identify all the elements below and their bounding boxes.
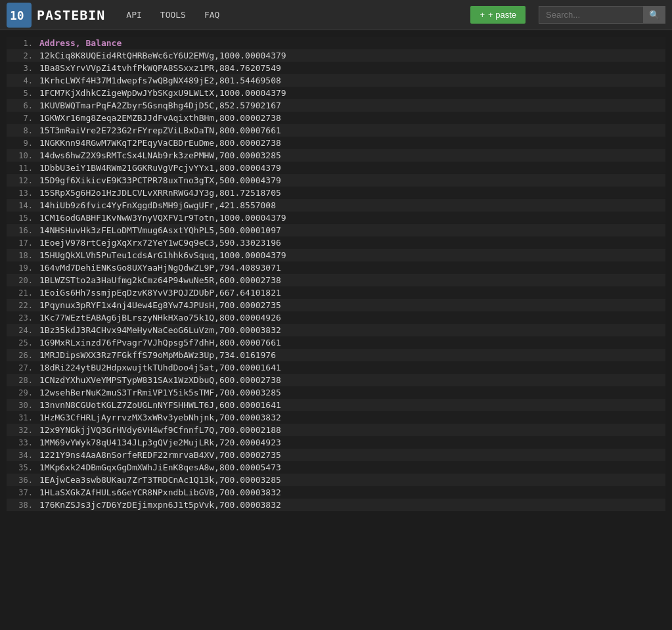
line-content: 1EoiGs6Hh7ssmjpEqDzvK8YvV3PQJZDUbP,667.6…: [39, 286, 281, 299]
line-number: 16.: [7, 225, 39, 236]
table-row: 37.1HLaSXGkZAfHULs6GeYCR8NPxndbLibGVB,70…: [7, 486, 665, 499]
line-number: 29.: [7, 387, 39, 399]
table-row: 3.1Ba8SxYrvVVpZi4tvhfPkWQPA8SSxxz1PR,884…: [7, 62, 665, 74]
table-row: 4.1KrhcLWXf4H37M1dwepfs7wQBgNX489jE2,801…: [7, 74, 665, 87]
line-number: 24.: [7, 325, 39, 336]
line-number: 21.: [7, 287, 39, 299]
code-table: 1.Address, Balance2.12kCiq8K8UQEid4RtQHR…: [7, 37, 665, 511]
line-content: 1221Y9ns4AaA8nSorfeREDF22rmrvaB4XV,700.0…: [39, 449, 281, 461]
line-content: 1Ba8SxYrvVVpZi4tvhfPkWQPA8SSxxz1PR,884.7…: [39, 62, 281, 74]
line-content: 1MM69vYWyk78qU4134JLp3gQVje2MujLRk,720.0…: [39, 436, 281, 449]
line-number: 37.: [7, 487, 39, 499]
table-row: 22.1Pqynux3pRYF1x4nj4Uew4Eg8Yw74JPUsH,70…: [7, 299, 665, 311]
line-content: 1CM16odGABHF1KvNwW3YnyVQXFV1r9Totn,1000.…: [39, 212, 286, 224]
line-content: 1G9MxRLxinzd76fPvagr7VJhQpsg5f7dhH,800.0…: [39, 336, 281, 349]
table-row: 23.1Kc77WEztEABAg6jBLrszyNHkHXao75k1Q,80…: [7, 311, 665, 324]
line-content: 164vMd7DehiENKsGo8UXYaaHjNgQdwZL9P,794.4…: [39, 261, 281, 274]
line-content: 176KnZSJs3jc7D6YzDEjimxpn6J1t5pVvk,700.0…: [39, 499, 281, 511]
table-row: 2.12kCiq8K8UQEid4RtQHRBeWc6cY6U2EMVg,100…: [7, 49, 665, 62]
nav-tools[interactable]: TOOLS: [152, 6, 194, 24]
line-content: 1Kc77WEztEABAg6jBLrszyNHkHXao75k1Q,800.0…: [39, 311, 281, 324]
line-number: 32.: [7, 424, 39, 436]
line-number: 26.: [7, 349, 39, 361]
table-row: 32.12x9YNGkjjVQ3GrHVdy6VH4wf9CfnnfL7Q,70…: [7, 424, 665, 436]
line-content: Address, Balance: [39, 37, 122, 49]
line-number: 19.: [7, 262, 39, 274]
search-input[interactable]: [539, 6, 644, 24]
line-number: 36.: [7, 474, 39, 486]
line-number: 7.: [7, 112, 39, 124]
line-number: 8.: [7, 125, 39, 137]
line-content: 14dws6hwZ2X9sRMTcSx4LNAb9rk3zePMHW,700.0…: [39, 149, 281, 162]
line-number: 38.: [7, 499, 39, 511]
line-content: 1HzMG3CfHRLjAyrrvzMX3xWRv3yebNhjnk,700.0…: [39, 411, 281, 424]
paste-btn-label: + paste: [488, 10, 516, 20]
logo-text: PASTEBIN: [37, 7, 105, 23]
table-row: 31.1HzMG3CfHRLjAyrrvzMX3xWRv3yebNhjnk,70…: [7, 411, 665, 424]
line-number: 30.: [7, 399, 39, 411]
line-number: 4.: [7, 75, 39, 87]
line-number: 34.: [7, 449, 39, 461]
svg-text:10: 10: [10, 9, 24, 22]
line-number: 11.: [7, 162, 39, 174]
main-nav: API TOOLS FAQ: [118, 6, 457, 24]
table-row: 15.1CM16odGABHF1KvNwW3YnyVQXFV1r9Totn,10…: [7, 212, 665, 224]
line-number: 35.: [7, 462, 39, 474]
line-number: 13.: [7, 187, 39, 199]
line-content: 1GKWXr16mg8Zeqa2EMZBJJdFvAqixthBHm,800.0…: [39, 112, 281, 124]
line-content: 14NHSHuvHk3zFELoDMTVmug6AsxtYQhPL5,500.0…: [39, 224, 281, 236]
line-content: 13nvnN8CGUotKGLZ7ZoUGLnNYFSHHWLT6J,600.0…: [39, 399, 281, 411]
line-number: 20.: [7, 275, 39, 286]
search-button[interactable]: 🔍: [644, 6, 665, 24]
line-content: 12kCiq8K8UQEid4RtQHRBeWc6cY6U2EMVg,1000.…: [39, 49, 286, 62]
table-row: 29.12wsehBerNuK2muS3TrRmiVP1Y5ik5sTMF,70…: [7, 386, 665, 399]
line-number: 15.: [7, 212, 39, 224]
table-row: 27.18dRi224ytBU2HdpxwujtkTUhdDoo4j5at,70…: [7, 361, 665, 374]
line-number: 28.: [7, 374, 39, 386]
nav-api[interactable]: API: [118, 6, 149, 24]
line-number: 14.: [7, 200, 39, 212]
nav-faq[interactable]: FAQ: [196, 6, 227, 24]
table-row: 17.1EoejV978rtCejgXqXrx72YeY1wC9q9eC3,59…: [7, 236, 665, 249]
search-area: 🔍: [539, 6, 665, 24]
table-row: 12.15D9gf6XikicvE9K33PCTPR78uxTno3gTX,50…: [7, 174, 665, 187]
line-number: 33.: [7, 437, 39, 449]
line-content: 1MKp6xk24DBmGqxGgDmXWhJiEnK8qesA8w,800.0…: [39, 461, 281, 474]
line-content: 1KUVBWQTmarPqFA2Zbyr5GsnqBhg4DjD5C,852.5…: [39, 99, 281, 112]
paste-content: 1.Address, Balance2.12kCiq8K8UQEid4RtQHR…: [0, 30, 672, 518]
table-row: 10.14dws6hwZ2X9sRMTcSx4LNAb9rk3zePMHW,70…: [7, 149, 665, 162]
table-row: 28.1CNzdYXhuXVeYMPSTypW831SAx1WzXDbuQ,60…: [7, 374, 665, 386]
line-content: 1HLaSXGkZAfHULs6GeYCR8NPxndbLibGVB,700.0…: [39, 486, 281, 499]
line-content: 15SRpX5g6H2o1HzJDLCVLvXRRnRWG4JY3g,801.7…: [39, 187, 281, 199]
line-content: 1Pqynux3pRYF1x4nj4Uew4Eg8Yw74JPUsH,700.0…: [39, 299, 281, 311]
table-row: 38.176KnZSJs3jc7D6YzDEjimxpn6J1t5pVvk,70…: [7, 499, 665, 511]
table-row: 34.1221Y9ns4AaA8nSorfeREDF22rmrvaB4XV,70…: [7, 449, 665, 461]
table-row: 19.164vMd7DehiENKsGo8UXYaaHjNgQdwZL9P,79…: [7, 261, 665, 274]
line-content: 12wsehBerNuK2muS3TrRmiVP1Y5ik5sTMF,700.0…: [39, 386, 281, 399]
table-row: 5.1FCM7KjXdhkCZigeWpDwJYbSKgxU9LWLtX,100…: [7, 87, 665, 99]
table-row: 9.1NGKKnn94RGwM7WKqT2PEqyVaCBDrEuDme,800…: [7, 137, 665, 149]
table-row: 16.14NHSHuvHk3zFELoDMTVmug6AsxtYQhPL5,50…: [7, 224, 665, 236]
header: 10 PASTEBIN API TOOLS FAQ + + paste 🔍: [0, 0, 672, 30]
line-number: 10.: [7, 150, 39, 162]
table-row: 1.Address, Balance: [7, 37, 665, 49]
table-row: 8.15T3mRaiVre2E723G2rFYrepZViLBxDaTN,800…: [7, 124, 665, 137]
table-row: 11.1DbbU3eiY1BW4RWm21GGKRuVgVPcjvYYx1,80…: [7, 162, 665, 174]
pastebin-logo-icon: 10: [7, 3, 32, 28]
line-number: 23.: [7, 312, 39, 324]
table-row: 6.1KUVBWQTmarPqFA2Zbyr5GsnqBhg4DjD5C,852…: [7, 99, 665, 112]
line-content: 1EoejV978rtCejgXqXrx72YeY1wC9q9eC3,590.3…: [39, 236, 281, 249]
line-content: 1NGKKnn94RGwM7WKqT2PEqyVaCBDrEuDme,800.0…: [39, 137, 281, 149]
line-number: 1.: [7, 37, 39, 49]
line-content: 1KrhcLWXf4H37M1dwepfs7wQBgNX489jE2,801.5…: [39, 74, 281, 87]
table-row: 13.15SRpX5g6H2o1HzJDLCVLvXRRnRWG4JY3g,80…: [7, 187, 665, 199]
line-content: 1CNzdYXhuXVeYMPSTypW831SAx1WzXDbuQ,600.0…: [39, 374, 281, 386]
line-number: 18.: [7, 250, 39, 261]
line-content: 18dRi224ytBU2HdpxwujtkTUhdDoo4j5at,700.0…: [39, 361, 281, 374]
logo-link[interactable]: 10 PASTEBIN: [7, 3, 105, 28]
table-row: 35.1MKp6xk24DBmGqxGgDmXWhJiEnK8qesA8w,80…: [7, 461, 665, 474]
table-row: 26.1MRJDipsWXX3Rz7FGkffS79oMpMbAWz3Up,73…: [7, 349, 665, 361]
line-content: 15HUgQkXLVh5PuTeu1cdsArG1hhk6vSquq,1000.…: [39, 249, 286, 261]
new-paste-button[interactable]: + + paste: [470, 6, 526, 24]
line-content: 1FCM7KjXdhkCZigeWpDwJYbSKgxU9LWLtX,1000.…: [39, 87, 286, 99]
